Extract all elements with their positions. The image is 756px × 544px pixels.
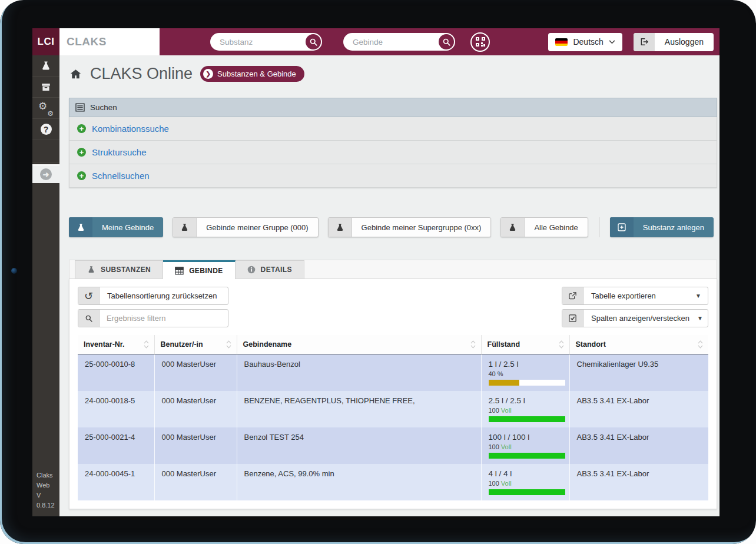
- tab-label: DETAILS: [261, 266, 292, 274]
- col-header-standort[interactable]: Standort: [569, 335, 708, 354]
- fill-voll: Voll: [501, 443, 512, 450]
- top-navbar: LCI CLAKS: [32, 28, 719, 55]
- language-label: Deutsch: [573, 37, 603, 47]
- lci-logo[interactable]: LCI: [32, 28, 59, 55]
- gebinde-filter-buttons: Meine Gebinde Gebinde meiner Gruppe (000…: [69, 217, 717, 237]
- tab-details[interactable]: DETAILS: [236, 260, 304, 278]
- cell-inventar: 24-000-0018-5: [78, 391, 154, 427]
- struktursuche-expander[interactable]: + Struktursuche: [69, 141, 717, 164]
- tablet-bezel: LCI CLAKS: [0, 0, 756, 544]
- chevron-down-icon: [609, 40, 615, 44]
- col-header-gebindename[interactable]: Gebindename: [237, 335, 481, 354]
- language-selector[interactable]: Deutsch: [548, 33, 622, 51]
- button-label: Meine Gebinde: [92, 217, 163, 237]
- sidebar-item-settings[interactable]: ⚙⚙: [32, 98, 59, 119]
- cell-standort: AB3.5 3.41 EX-Labor: [569, 464, 708, 500]
- fill-progress-value: [489, 380, 519, 386]
- kombinationssuche-expander[interactable]: + Kombinationssuche: [69, 117, 717, 141]
- cell-fuellstand: 4 l / 4 l 100Voll: [481, 464, 569, 500]
- sidebar-item-substances[interactable]: [32, 55, 59, 77]
- claks-logo[interactable]: CLAKS: [59, 28, 160, 55]
- app-screen: LCI CLAKS: [32, 28, 719, 516]
- col-header-inventar[interactable]: Inventar-Nr.: [78, 335, 154, 354]
- flask-icon: [173, 218, 197, 237]
- show-hide-columns-dropdown[interactable]: Spalten anzeigen/verstecken ▼: [562, 309, 708, 327]
- tab-substanzen[interactable]: SUBSTANZEN: [75, 260, 163, 278]
- struktursuche-label: Struktursuche: [92, 147, 147, 157]
- arrow-right-circle-icon: ❯: [203, 69, 213, 79]
- gebinde-search-input[interactable]: [352, 37, 439, 47]
- flask-icon: [87, 266, 95, 274]
- cell-fuellstand: 2.5 l / 2.5 l 100Voll: [481, 391, 569, 427]
- fill-amount: 100 l / 100 l: [489, 433, 562, 442]
- sort-icon: [559, 340, 564, 349]
- table-row[interactable]: 25-000-0010-8 000 MasterUser Bauhaus-Ben…: [78, 354, 708, 392]
- logout-label: Ausloggen: [655, 33, 714, 51]
- plus-square-icon: [610, 217, 634, 237]
- context-badge[interactable]: ❯ Substanzen & Gebinde: [200, 66, 304, 82]
- gebinde-search: [343, 33, 455, 51]
- col-header-fuellstand[interactable]: Füllstand: [481, 335, 569, 354]
- question-mark-icon: ?: [41, 124, 52, 135]
- sidebar-item-help[interactable]: ?: [32, 119, 59, 140]
- button-label: Tabelle exportieren: [583, 287, 695, 304]
- fill-progressbar: [489, 453, 565, 459]
- col-header-benutzer[interactable]: Benutzer/-in: [154, 335, 237, 354]
- table-row[interactable]: 25-000-0021-4 000 MasterUser Benzol TEST…: [78, 427, 708, 464]
- fill-amount: 1 l / 2.5 l: [489, 360, 562, 369]
- screenshot-stage: LCI CLAKS: [0, 0, 756, 544]
- col-label: Gebindename: [243, 340, 292, 349]
- flask-icon: [41, 61, 51, 71]
- button-label: Gebinde meiner Supergruppe (0xx): [352, 218, 491, 237]
- cell-standort: AB3.5 3.41 EX-Labor: [569, 391, 708, 427]
- gebinde-search-button[interactable]: [439, 34, 454, 49]
- button-label: Substanz anlegen: [634, 217, 714, 237]
- sidebar-item-inventory[interactable]: [32, 77, 59, 98]
- reset-sort-button[interactable]: ↺ Tabellensortierung zurücksetzen: [78, 287, 228, 305]
- divider: [599, 217, 599, 237]
- cell-inventar: 24-000-0045-1: [78, 464, 154, 500]
- logout-button[interactable]: Ausloggen: [634, 33, 714, 51]
- alle-gebinde-button[interactable]: Alle Gebinde: [500, 217, 588, 237]
- cell-fuellstand: 1 l / 2.5 l 40 %: [481, 354, 569, 392]
- meine-gebinde-button[interactable]: Meine Gebinde: [69, 217, 163, 237]
- export-icon: [562, 287, 583, 304]
- list-icon: [75, 103, 85, 112]
- tab-gebinde[interactable]: GEBINDE: [163, 260, 235, 279]
- substanz-anlegen-button[interactable]: Substanz anlegen: [610, 217, 714, 237]
- checkbox-checked-icon: [562, 310, 583, 327]
- sort-icon: [470, 340, 476, 349]
- fill-amount: 4 l / 4 l: [489, 469, 562, 478]
- fill-percent: 100: [489, 480, 499, 487]
- substanz-search-button[interactable]: [306, 34, 321, 49]
- fill-progress-value: [489, 453, 565, 459]
- export-table-dropdown[interactable]: Tabelle exportieren ▼: [562, 287, 708, 305]
- cell-gebindename: Bauhaus-Benzol: [237, 354, 481, 392]
- caret-down-icon: ▼: [695, 287, 708, 304]
- search-panel: Suchen + Kombinationssuche + Struktursuc…: [69, 98, 717, 188]
- fill-percent: 40 %: [489, 370, 503, 377]
- caret-down-icon: ▼: [697, 310, 708, 327]
- table-grid-icon: [175, 267, 184, 275]
- substanz-search-input[interactable]: [218, 37, 306, 47]
- reset-icon: ↺: [78, 287, 100, 304]
- gruppe-gebinde-button[interactable]: Gebinde meiner Gruppe (000): [173, 217, 318, 237]
- schnellsuchen-expander[interactable]: + Schnellsuchen: [69, 164, 717, 188]
- col-label: Füllstand: [488, 340, 520, 349]
- col-label: Benutzer/-in: [161, 340, 203, 349]
- cell-inventar: 25-000-0021-4: [78, 427, 154, 464]
- table-row[interactable]: 24-000-0018-5 000 MasterUser BENZENE, RE…: [78, 391, 708, 427]
- version-line: V 0.8.12: [37, 490, 56, 510]
- filter-input[interactable]: [100, 310, 203, 327]
- qr-scan-button[interactable]: [470, 32, 490, 52]
- table-row[interactable]: 24-000-0045-1 000 MasterUser Benzene, AC…: [78, 464, 708, 500]
- filter-field: [78, 309, 228, 327]
- sort-icon: [226, 340, 231, 349]
- sidebar-expand-button[interactable]: ➜: [32, 164, 59, 183]
- plus-circle-icon: +: [77, 148, 86, 157]
- fill-progressbar: [489, 416, 565, 422]
- cell-benutzer: 000 MasterUser: [154, 354, 237, 392]
- flask-icon: [329, 218, 352, 237]
- home-icon[interactable]: [69, 68, 82, 81]
- supergruppe-gebinde-button[interactable]: Gebinde meiner Supergruppe (0xx): [328, 217, 492, 237]
